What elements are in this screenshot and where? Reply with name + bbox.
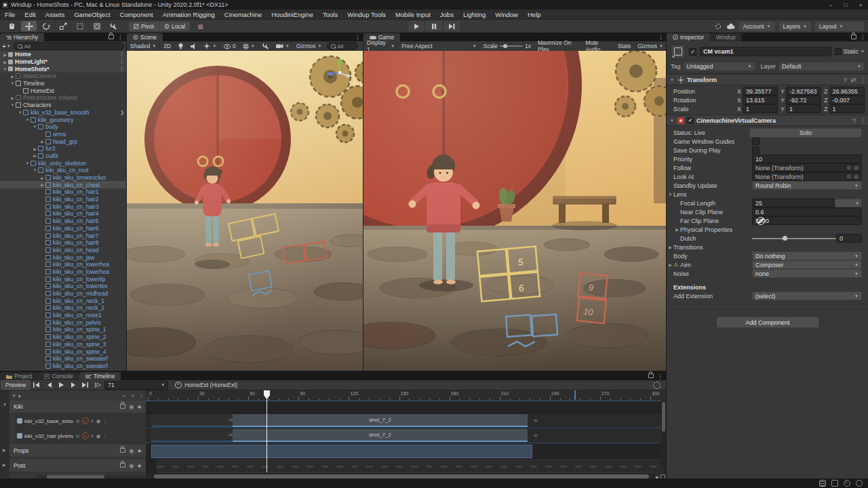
- target-icon[interactable]: ⊙: [75, 418, 80, 424]
- scene-search-input[interactable]: All: [327, 42, 358, 50]
- kebab-menu-icon[interactable]: ⋮: [860, 117, 866, 124]
- hierarchy-item-kiki-sku-cn-spine-1[interactable]: kiki_sku_cn_spine_1: [0, 326, 126, 333]
- track-group-props[interactable]: Props◉+: [9, 445, 146, 458]
- scale-slider[interactable]: [500, 45, 523, 47]
- create-object-button[interactable]: +▼: [2, 43, 11, 50]
- menu-windup-tools[interactable]: Windup Tools: [342, 9, 391, 19]
- hierarchy-item-timeline[interactable]: ▼Timeline: [0, 80, 126, 87]
- kebab-menu-icon[interactable]: ⋮: [657, 373, 663, 380]
- frame-number-field[interactable]: 71▼: [104, 381, 168, 390]
- property-value-field[interactable]: 5000: [752, 216, 862, 225]
- active-checkbox[interactable]: ✓: [689, 48, 696, 56]
- shading-mode-dropdown[interactable]: Shaded▼: [127, 41, 159, 51]
- foldout-arrow[interactable]: ▼: [667, 192, 673, 197]
- tree-collapse-arrow[interactable]: ▶: [39, 139, 45, 144]
- account-dropdown[interactable]: Account▼: [739, 22, 775, 31]
- tab-project[interactable]: Project: [0, 372, 38, 380]
- scale-control[interactable]: Scale 1x: [480, 41, 534, 51]
- menu-animation-rigging[interactable]: Animation Rigging: [158, 9, 220, 19]
- hierarchy-item-maincamera[interactable]: ▶MainCamera: [0, 73, 126, 80]
- transform-component-header[interactable]: ▼ Transform ?⇄⋮: [667, 74, 868, 85]
- menu-lighting[interactable]: Lighting: [458, 9, 490, 19]
- eye-icon[interactable]: ◉: [129, 462, 134, 469]
- tab-scene[interactable]: Scene: [127, 33, 163, 41]
- tree-expand-arrow[interactable]: ▼: [24, 118, 31, 122]
- kebab-menu-icon[interactable]: ⋮: [102, 433, 108, 439]
- object-reference-field[interactable]: None (Transform)⊙◎: [752, 163, 862, 172]
- foldout-arrow[interactable]: ▼: [669, 78, 675, 82]
- timeline-play-button[interactable]: [56, 381, 66, 389]
- axis-value-field[interactable]: -2.827583: [786, 87, 821, 96]
- tab-windup[interactable]: Windup: [710, 33, 742, 41]
- tree-collapse-arrow[interactable]: ▶: [2, 60, 8, 64]
- foldout-arrow[interactable]: ▶: [674, 227, 680, 232]
- hierarchy-item-kiki-sku-cn-spine-3[interactable]: kiki_sku_cn_spine_3: [0, 341, 126, 348]
- go-to-end-button[interactable]: [80, 381, 91, 389]
- preset-icon[interactable]: ⇄: [850, 77, 856, 83]
- hierarchy-item-homelight[interactable]: ▶HomeLight*⋮: [0, 58, 126, 66]
- eye-icon[interactable]: ◉: [96, 418, 100, 424]
- scale-tool-button[interactable]: [55, 21, 71, 31]
- picker-icon[interactable]: ◎: [854, 165, 859, 171]
- menu-component[interactable]: Component: [115, 9, 158, 19]
- property-value-field[interactable]: 0.6: [752, 207, 862, 216]
- kebab-menu-icon[interactable]: ⋮: [119, 66, 126, 72]
- lock-icon[interactable]: [648, 373, 654, 378]
- grid-snap-icon[interactable]: ▦: [197, 23, 203, 30]
- tree-collapse-arrow[interactable]: ▶: [9, 96, 16, 100]
- help-icon[interactable]: ?: [852, 117, 856, 124]
- axis-value-field[interactable]: 1: [829, 104, 865, 113]
- open-prefab-arrow[interactable]: ❯: [120, 110, 126, 115]
- foldout-arrow[interactable]: ▶: [667, 245, 673, 249]
- property-value-field[interactable]: 25: [752, 199, 836, 207]
- track-options-icon[interactable]: ≡: [91, 418, 94, 424]
- hierarchy-item-kiki-sku-cn-midhead[interactable]: kiki_sku_cn_midhead: [0, 290, 126, 298]
- transform-tool-button[interactable]: [89, 21, 104, 31]
- add-in-group-button[interactable]: +: [138, 447, 142, 455]
- hierarchy-item-homeshots[interactable]: ▼HomeShots*⋮: [0, 65, 126, 73]
- hierarchy-item-kiki-sku-cn-hair7[interactable]: kiki_sku_cn_hair7: [0, 232, 126, 239]
- lighting-toggle[interactable]: [174, 41, 187, 51]
- record-button[interactable]: [82, 418, 89, 424]
- clip-shot-7-2[interactable]: shot_7_2: [233, 429, 528, 442]
- group-collapse-arrow[interactable]: ▶: [3, 462, 6, 467]
- hierarchy-item-head-grp[interactable]: ▶head_grp: [0, 138, 126, 145]
- hierarchy-item-outfit[interactable]: ▶outfit: [0, 152, 126, 160]
- property-dropdown[interactable]: Do nothing▼: [752, 251, 862, 260]
- scene-viewport[interactable]: [127, 51, 363, 371]
- menu-cinemachine[interactable]: Cinemachine: [220, 9, 267, 19]
- hierarchy-item-kiki-v32-base-smooth[interactable]: ▼kiki_v32_base_smooth❯: [0, 109, 126, 117]
- group-collapse-arrow[interactable]: ▶: [3, 447, 6, 452]
- hierarchy-item-kiki-sku-cn-pelvis[interactable]: kiki_sku_cn_pelvis: [0, 319, 126, 326]
- gameobject-name-field[interactable]: CM vcam1: [700, 47, 831, 56]
- timeline-ruler[interactable]: 0306090120150180210240270300: [146, 390, 666, 401]
- clip-shot-7-2[interactable]: shot_7_2: [233, 414, 528, 427]
- hierarchy-item-kiki-sku-cn-neck-1[interactable]: kiki_sku_cn_neck_1: [0, 297, 126, 304]
- tree-expand-arrow[interactable]: ▼: [9, 103, 16, 107]
- menu-help[interactable]: Help: [523, 9, 546, 19]
- track-group-kiki[interactable]: Kiki◉+: [9, 401, 146, 413]
- target-icon[interactable]: ⊙: [75, 433, 80, 439]
- game-viewport[interactable]: 5 6 9 10: [363, 51, 667, 371]
- collab-icon[interactable]: [714, 23, 722, 30]
- tree-expand-arrow[interactable]: ▼: [32, 168, 38, 172]
- stats-toggle[interactable]: Stats: [614, 43, 634, 49]
- hierarchy-item-kiki-sku-cn-hair5[interactable]: kiki_sku_cn_hair5: [0, 218, 126, 225]
- game-gizmos-dropdown[interactable]: Gizmos▼: [634, 43, 667, 49]
- lock-icon[interactable]: [120, 404, 125, 409]
- previous-frame-button[interactable]: [43, 381, 54, 389]
- kebab-menu-icon[interactable]: ⋮: [102, 418, 108, 424]
- target-icon[interactable]: ⊙: [846, 174, 851, 180]
- display-dropdown[interactable]: Display 1▼: [363, 41, 398, 51]
- move-tool-button[interactable]: [21, 21, 37, 31]
- tab-hierarchy[interactable]: Hierarchy: [0, 33, 44, 41]
- hierarchy-item-arms[interactable]: arms: [0, 131, 126, 138]
- menu-window[interactable]: Window: [490, 9, 523, 19]
- solo-button[interactable]: Solo: [749, 128, 862, 138]
- layer-dropdown[interactable]: Default▼: [778, 62, 865, 71]
- hierarchy-item-kiki-sku-cn-lowerlip[interactable]: kiki_sku_cn_lowerlip: [0, 275, 126, 283]
- timeline-clips-area[interactable]: 0306090120150180210240270300 ∞shot_7_2∞∞…: [146, 390, 666, 479]
- hierarchy-item-kiki-sku-cn-hair8[interactable]: kiki_sku_cn_hair8: [0, 239, 126, 247]
- hierarchy-item-kiki-sku-cn-sweaterf[interactable]: kiki_sku_cn_sweaterf: [0, 363, 126, 370]
- property-checkbox[interactable]: [752, 146, 760, 154]
